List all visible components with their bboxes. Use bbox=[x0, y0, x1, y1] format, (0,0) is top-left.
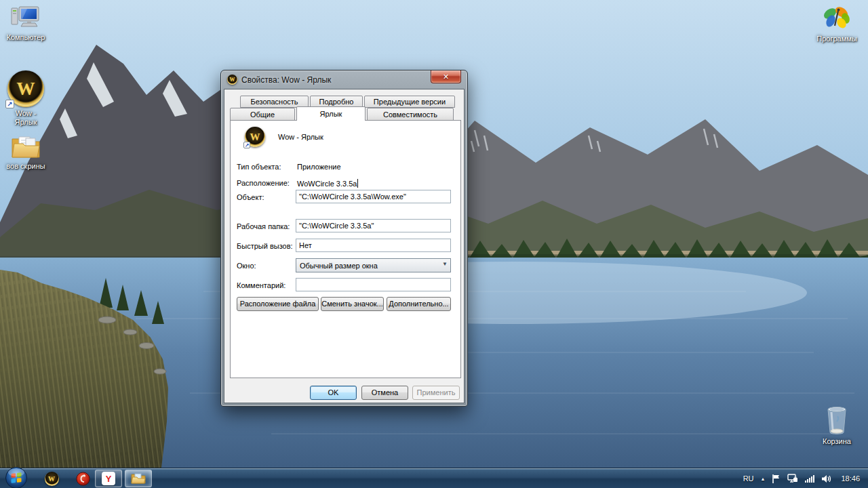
comment-label: Комментарий: bbox=[237, 281, 285, 289]
window-label: Окно: bbox=[237, 262, 256, 270]
desktop-icon-screens-folder[interactable]: вов скрины bbox=[0, 134, 52, 171]
shortcut-arrow-icon: ↗ bbox=[5, 100, 14, 108]
tab-previous-versions[interactable]: Предыдущие версии bbox=[364, 96, 455, 108]
window-mode-value: Обычный размер окна bbox=[300, 262, 378, 270]
taskbar-red-app[interactable] bbox=[75, 468, 91, 488]
desktop-icon-computer[interactable]: Компьютер bbox=[1, 4, 50, 42]
desktop-icon-label: Программы bbox=[816, 35, 856, 43]
shortcut-tab-page: W ↗ Wow - Ярлык Тип объекта: Приложение … bbox=[230, 120, 461, 378]
desktop-icon-programs[interactable]: Программы bbox=[811, 5, 863, 43]
type-value: Приложение bbox=[297, 163, 341, 171]
taskbar-explorer-active[interactable] bbox=[125, 470, 152, 487]
signal-strength-icon[interactable] bbox=[805, 474, 814, 483]
desktop-icon-recycle-bin[interactable]: Корзина bbox=[811, 404, 863, 446]
shortcut-name: Wow - Ярлык bbox=[278, 133, 323, 141]
wow-icon: W ↗ bbox=[7, 70, 44, 107]
dialog-title: Свойства: Wow - Ярлык bbox=[241, 75, 331, 85]
start-button[interactable] bbox=[4, 468, 28, 488]
separator bbox=[241, 152, 452, 152]
location-value: WoWCircle 3.3.5a bbox=[297, 179, 358, 188]
ok-button[interactable]: OK bbox=[310, 386, 357, 400]
open-file-location-button[interactable]: Расположение файла bbox=[237, 297, 319, 311]
volume-icon[interactable] bbox=[821, 474, 831, 483]
desktop-icon-label: Компьютер bbox=[7, 33, 45, 42]
close-icon[interactable]: ✕ bbox=[431, 70, 461, 83]
window-mode-select[interactable]: Обычный размер окна ▼ bbox=[296, 258, 451, 272]
language-indicator[interactable]: RU bbox=[743, 474, 754, 483]
type-label: Тип объекта: bbox=[237, 163, 281, 171]
taskbar-yandex-browser[interactable]: Y bbox=[95, 470, 122, 487]
folder-icon bbox=[10, 134, 41, 160]
target-label: Объект: bbox=[237, 193, 264, 201]
dialog-client-area: Безопасность Подробно Предыдущие версии … bbox=[224, 89, 465, 403]
location-label: Расположение: bbox=[237, 179, 290, 187]
explorer-folder-icon bbox=[131, 472, 146, 485]
tray-expand-icon[interactable]: ▲ bbox=[761, 476, 766, 481]
system-tray: RU ▲ 18:46 bbox=[743, 468, 868, 488]
tab-shortcut[interactable]: Ярлык bbox=[296, 106, 366, 121]
recycle-bin-icon bbox=[823, 404, 850, 435]
dialog-titlebar[interactable]: W Свойства: Wow - Ярлык ✕ bbox=[221, 70, 467, 89]
taskbar: W Y RU ▲ bbox=[0, 468, 868, 488]
apply-button[interactable]: Применить bbox=[412, 386, 460, 400]
windows-logo-icon bbox=[5, 466, 28, 488]
taskbar-wow-app[interactable]: W bbox=[43, 468, 60, 488]
desktop-icon-label: Wow - Ярлык bbox=[6, 109, 45, 127]
hotkey-label: Быстрый вызов: bbox=[237, 242, 293, 250]
red-app-icon bbox=[76, 472, 90, 486]
clock[interactable]: 18:46 bbox=[841, 474, 860, 483]
computer-icon bbox=[11, 4, 41, 31]
hotkey-input[interactable] bbox=[296, 239, 451, 252]
cancel-button[interactable]: Отмена bbox=[361, 386, 408, 400]
separator bbox=[237, 216, 452, 217]
desktop-icon-wow-shortcut[interactable]: W ↗ Wow - Ярлык bbox=[3, 70, 49, 127]
desktop-icon-label: Корзина bbox=[823, 437, 851, 446]
comment-input[interactable] bbox=[296, 278, 451, 291]
dialog-title-icon: W bbox=[227, 75, 237, 85]
shortcut-arrow-icon: ↗ bbox=[243, 142, 250, 148]
tab-compatibility[interactable]: Совместимость bbox=[367, 108, 454, 121]
desktop[interactable]: Компьютер W ↗ Wow - Ярлык вов скрины bbox=[0, 0, 868, 468]
change-icon-button[interactable]: Сменить значок... bbox=[321, 297, 384, 311]
workdir-label: Рабочая папка: bbox=[237, 222, 290, 230]
target-input[interactable] bbox=[296, 190, 451, 203]
yandex-browser-icon: Y bbox=[102, 472, 115, 485]
tab-general[interactable]: Общие bbox=[230, 108, 295, 121]
text-caret bbox=[357, 179, 358, 188]
butterfly-icon bbox=[821, 5, 852, 33]
shortcut-header-icon: W ↗ bbox=[245, 127, 265, 147]
advanced-button[interactable]: Дополнительно... bbox=[387, 297, 451, 311]
network-icon[interactable] bbox=[787, 474, 798, 483]
desktop-icon-label: вов скрины bbox=[6, 162, 45, 171]
action-center-flag-icon[interactable] bbox=[772, 474, 781, 484]
properties-dialog: W Свойства: Wow - Ярлык ✕ Безопасность П… bbox=[220, 70, 468, 407]
workdir-input[interactable] bbox=[296, 219, 451, 232]
chevron-down-icon: ▼ bbox=[442, 261, 448, 267]
wow-icon: W bbox=[45, 472, 59, 486]
